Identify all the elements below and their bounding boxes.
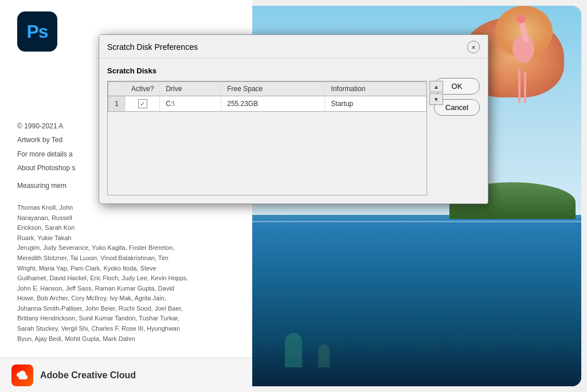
information: Startup xyxy=(325,96,426,112)
scroll-buttons: ▲ ▼ xyxy=(429,81,443,105)
scroll-down-button[interactable]: ▼ xyxy=(429,93,443,105)
col-header-active: Active? xyxy=(126,82,160,96)
col-header-info: Information xyxy=(325,82,426,96)
dialog-body: Scratch Disks Active? Drive Free Space I… xyxy=(99,58,488,203)
dialog-main-content: Scratch Disks Active? Drive Free Space I… xyxy=(107,66,427,195)
table-row[interactable]: 1 ✓ C:\ 255.23GB Startup xyxy=(108,96,426,112)
scratch-disks-table: Active? Drive Free Space Information 1 ✓… xyxy=(108,81,426,112)
section-title: Scratch Disks xyxy=(107,66,427,75)
row-num: 1 xyxy=(108,96,126,112)
dialog-title: Scratch Disk Preferences xyxy=(107,42,198,52)
dialog-close-button[interactable]: × xyxy=(467,41,480,53)
free-space: 255.23GB xyxy=(221,96,325,112)
scroll-up-button[interactable]: ▲ xyxy=(429,81,443,92)
table-container: Active? Drive Free Space Information 1 ✓… xyxy=(107,81,427,195)
dialog-titlebar: Scratch Disk Preferences × xyxy=(99,35,488,58)
table-header-row: Active? Drive Free Space Information xyxy=(108,82,426,96)
drive-path: C:\ xyxy=(160,96,221,112)
modal-overlay: Scratch Disk Preferences × Scratch Disks… xyxy=(0,0,587,392)
active-checkbox[interactable]: ✓ xyxy=(126,96,160,112)
col-header-num xyxy=(108,82,126,96)
col-header-freespace: Free Space xyxy=(221,82,325,96)
scratch-disk-dialog: Scratch Disk Preferences × Scratch Disks… xyxy=(99,34,488,204)
col-header-drive: Drive xyxy=(160,82,221,96)
checkbox-icon: ✓ xyxy=(138,99,147,108)
table-scroll-area[interactable]: Active? Drive Free Space Information 1 ✓… xyxy=(107,81,427,195)
